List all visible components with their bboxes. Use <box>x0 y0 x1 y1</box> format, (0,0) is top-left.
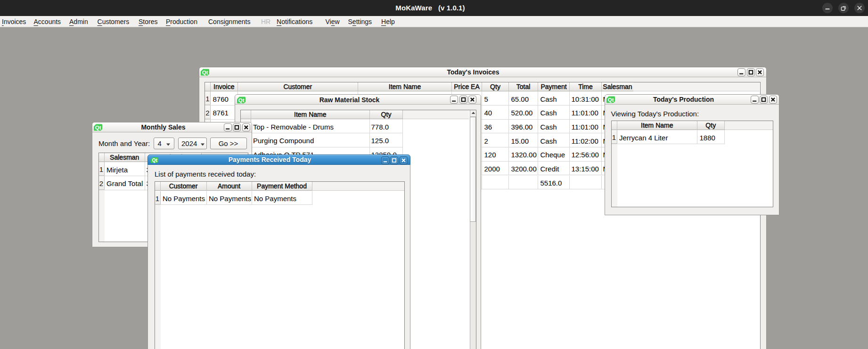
svg-text:Qt: Qt <box>608 97 614 103</box>
svg-text:Qt: Qt <box>152 157 157 162</box>
svg-text:Qt: Qt <box>238 97 244 103</box>
svg-text:Qt: Qt <box>202 70 208 75</box>
svg-text:Qt: Qt <box>95 124 101 130</box>
